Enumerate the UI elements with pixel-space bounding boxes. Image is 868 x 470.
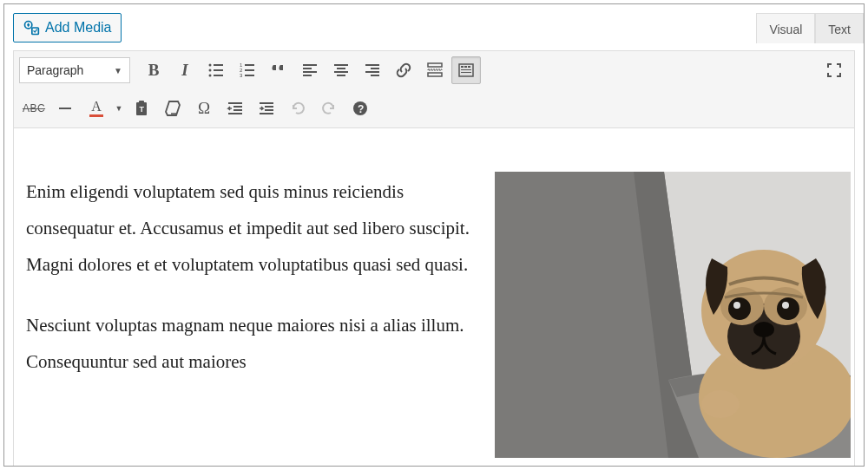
svg-rect-7 [214,75,223,76]
svg-rect-16 [303,71,317,73]
svg-rect-35 [59,108,71,109]
svg-rect-41 [233,109,242,111]
svg-rect-42 [228,113,242,114]
chevron-down-icon: ▼ [114,66,122,75]
svg-point-57 [733,302,740,309]
svg-rect-30 [461,66,464,68]
svg-rect-15 [303,68,312,69]
svg-rect-20 [334,71,348,73]
svg-text:3: 3 [240,73,243,78]
svg-rect-24 [365,71,379,73]
svg-rect-28 [428,73,442,76]
bold-button[interactable]: B [139,56,168,84]
svg-rect-34 [461,72,471,73]
content-text[interactable]: Enim eligendi voluptatem sed quis minus … [26,173,477,458]
tab-text[interactable]: Text [815,13,864,43]
blockquote-button[interactable] [264,56,293,84]
svg-rect-33 [461,69,471,70]
undo-button[interactable] [283,95,312,122]
svg-rect-3 [214,64,223,66]
redo-button[interactable] [314,95,344,122]
svg-rect-40 [233,106,242,108]
toolbar-toggle-button[interactable] [451,56,481,84]
format-select-value: Paragraph [27,63,83,77]
svg-rect-21 [337,75,345,76]
strikethrough-button[interactable]: ABC [19,95,49,122]
svg-point-60 [701,390,740,418]
clear-formatting-button[interactable] [158,95,187,122]
numbered-list-button[interactable]: 123 [233,56,262,84]
svg-point-56 [777,297,799,320]
text-color-dropdown[interactable]: ▼ [113,104,125,113]
editor-toolbar: Paragraph ▼ B I 123 [13,50,855,128]
svg-point-58 [782,302,789,309]
align-center-button[interactable] [326,56,356,84]
add-media-label: Add Media [45,20,112,36]
svg-rect-18 [334,64,348,66]
svg-text:T: T [140,105,145,114]
link-button[interactable] [389,56,418,84]
svg-rect-27 [428,69,442,70]
svg-rect-9 [245,64,254,66]
editor-tabs: Visual Text [756,13,864,43]
svg-rect-11 [245,69,254,71]
help-button[interactable]: ? [345,95,375,122]
svg-rect-17 [303,75,312,76]
svg-rect-25 [371,75,379,76]
svg-rect-26 [428,63,442,67]
paragraph-2: Nesciunt voluptas magnam neque maiores n… [26,307,477,380]
media-icon [23,19,40,36]
svg-rect-14 [303,64,317,66]
editor-content[interactable]: Enim eligendi voluptatem sed quis minus … [13,128,855,467]
svg-rect-19 [337,68,345,69]
tab-visual[interactable]: Visual [756,13,815,43]
svg-rect-23 [371,68,379,69]
italic-button[interactable]: I [170,56,200,84]
svg-rect-46 [260,113,273,114]
svg-point-59 [753,322,774,337]
add-media-button[interactable]: Add Media [13,13,122,42]
svg-rect-5 [214,69,223,71]
svg-rect-32 [468,66,470,68]
svg-point-2 [209,64,212,67]
paragraph-1: Enim eligendi voluptatem sed quis minus … [26,173,477,283]
indent-button[interactable] [252,95,281,122]
svg-rect-43 [260,102,273,104]
pug-image-icon [495,172,851,458]
outdent-button[interactable] [220,95,250,122]
svg-rect-39 [228,102,242,104]
svg-rect-31 [464,66,467,68]
horizontal-rule-button[interactable] [50,95,80,122]
fullscreen-button[interactable] [819,56,849,84]
special-character-button[interactable]: Ω [189,95,219,122]
svg-point-6 [209,75,212,77]
svg-text:?: ? [358,103,364,115]
content-image[interactable] [495,172,851,458]
svg-rect-22 [365,64,379,66]
svg-point-4 [209,69,212,72]
text-color-button[interactable]: A [82,95,111,122]
svg-rect-44 [265,106,273,108]
paste-text-button[interactable]: T [127,95,156,122]
align-left-button[interactable] [295,56,325,84]
svg-rect-13 [245,75,254,76]
svg-rect-37 [139,101,144,103]
align-right-button[interactable] [358,56,387,84]
format-select[interactable]: Paragraph ▼ [19,57,130,83]
read-more-button[interactable] [420,56,450,84]
bullet-list-button[interactable] [201,56,231,84]
svg-point-55 [728,297,751,320]
svg-rect-45 [265,109,273,111]
